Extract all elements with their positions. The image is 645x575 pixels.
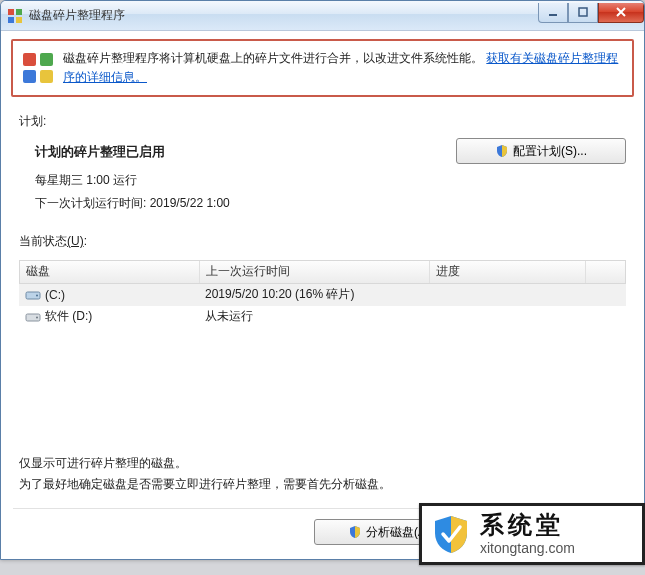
- app-window: 磁盘碎片整理程序 磁盘碎: [0, 0, 645, 560]
- window-title: 磁盘碎片整理程序: [29, 7, 538, 24]
- table-row[interactable]: (C:) 2019/5/20 10:20 (16% 碎片): [19, 284, 626, 306]
- schedule-info: 计划的碎片整理已启用 每星期三 1:00 运行 下一次计划运行时间: 2019/…: [19, 136, 456, 222]
- info-description: 磁盘碎片整理程序将计算机硬盘上的碎片文件进行合并，以改进文件系统性能。: [63, 51, 483, 65]
- col-header-last-run[interactable]: 上一次运行时间: [200, 261, 430, 283]
- schedule-frequency: 每星期三 1:00 运行: [35, 169, 446, 192]
- hint-text: 仅显示可进行碎片整理的磁盘。 为了最好地确定磁盘是否需要立即进行碎片整理，需要首…: [19, 453, 626, 494]
- schedule-label: 计划:: [19, 113, 626, 130]
- close-button[interactable]: [598, 3, 644, 23]
- shield-icon: [348, 525, 362, 539]
- drive-icon: [25, 289, 41, 301]
- hint-line-1: 仅显示可进行碎片整理的磁盘。: [19, 453, 626, 473]
- col-header-disk[interactable]: 磁盘: [20, 261, 200, 283]
- current-status-label: 当前状态(U):: [19, 233, 626, 250]
- svg-rect-5: [579, 8, 587, 16]
- table-row[interactable]: 软件 (D:) 从未运行: [19, 306, 626, 328]
- watermark: 系统堂 xitongtang.com: [419, 503, 645, 565]
- watermark-url: xitongtang.com: [480, 540, 575, 557]
- svg-point-13: [36, 316, 38, 318]
- schedule-next-run: 下一次计划运行时间: 2019/5/22 1:00: [35, 192, 446, 215]
- svg-rect-1: [16, 9, 22, 15]
- minimize-button[interactable]: [538, 3, 568, 23]
- svg-rect-0: [8, 9, 14, 15]
- svg-rect-6: [23, 53, 36, 66]
- defrag-icon: [21, 51, 55, 85]
- col-header-progress[interactable]: 进度: [430, 261, 585, 283]
- disk-table: 磁盘 上一次运行时间 进度 (C:) 2019/5/20 10:20 (16% …: [19, 260, 626, 446]
- svg-rect-9: [40, 70, 53, 83]
- window-controls: [538, 3, 644, 23]
- disk-last-run: 从未运行: [199, 308, 429, 325]
- titlebar[interactable]: 磁盘碎片整理程序: [1, 1, 644, 31]
- disk-last-run: 2019/5/20 10:20 (16% 碎片): [199, 286, 429, 303]
- hint-line-2: 为了最好地确定磁盘是否需要立即进行碎片整理，需要首先分析磁盘。: [19, 474, 626, 494]
- configure-button-label: 配置计划(S)...: [513, 143, 587, 160]
- maximize-button[interactable]: [568, 3, 598, 23]
- schedule-section: 计划的碎片整理已启用 每星期三 1:00 运行 下一次计划运行时间: 2019/…: [19, 136, 626, 222]
- svg-point-11: [36, 294, 38, 296]
- shield-icon: [495, 144, 509, 158]
- table-header: 磁盘 上一次运行时间 进度: [19, 260, 626, 284]
- watermark-title: 系统堂: [480, 511, 575, 540]
- drive-icon: [25, 311, 41, 323]
- disk-name: (C:): [45, 288, 65, 302]
- svg-rect-4: [549, 14, 557, 16]
- app-icon: [7, 8, 23, 24]
- svg-rect-8: [23, 70, 36, 83]
- svg-rect-3: [16, 17, 22, 23]
- content-area: 磁盘碎片整理程序将计算机硬盘上的碎片文件进行合并，以改进文件系统性能。 获取有关…: [1, 31, 644, 559]
- col-header-spacer: [585, 261, 625, 283]
- watermark-shield-icon: [430, 513, 472, 555]
- svg-rect-2: [8, 17, 14, 23]
- info-text: 磁盘碎片整理程序将计算机硬盘上的碎片文件进行合并，以改进文件系统性能。 获取有关…: [63, 49, 622, 87]
- info-banner: 磁盘碎片整理程序将计算机硬盘上的碎片文件进行合并，以改进文件系统性能。 获取有关…: [11, 39, 634, 97]
- schedule-status-title: 计划的碎片整理已启用: [35, 140, 446, 165]
- svg-rect-7: [40, 53, 53, 66]
- configure-schedule-button[interactable]: 配置计划(S)...: [456, 138, 626, 164]
- disk-name: 软件 (D:): [45, 308, 92, 325]
